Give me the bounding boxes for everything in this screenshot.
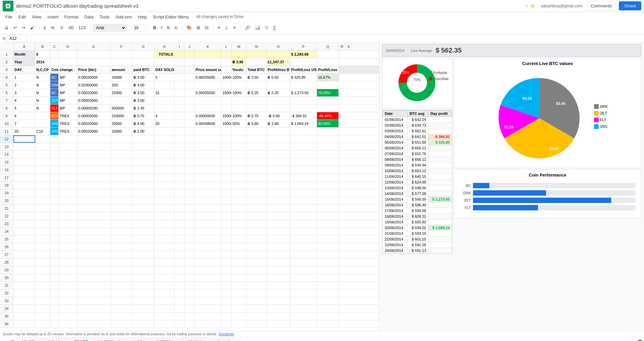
cell-33-11[interactable] [221, 297, 231, 304]
cell-k6[interactable]: 0.00035000 [195, 89, 221, 96]
cell-n8[interactable] [247, 105, 267, 112]
cell-27-8[interactable] [174, 251, 184, 258]
cell-17-13[interactable] [247, 174, 267, 181]
cell-22-8[interactable] [174, 212, 184, 220]
cell-e4[interactable]: 0.00030000 [77, 74, 111, 81]
percent-button[interactable]: % [49, 24, 56, 31]
cell-q9[interactable]: -44.44% [317, 112, 339, 120]
cell-34-4[interactable] [77, 305, 111, 312]
cell-30-5[interactable] [111, 274, 132, 281]
cell-16-13[interactable] [247, 166, 267, 174]
cell-d1[interactable] [59, 51, 77, 58]
cell-17-16[interactable] [317, 174, 339, 181]
cell-q1[interactable] [317, 51, 339, 58]
cell-23-1[interactable] [35, 220, 50, 227]
cell-13-11[interactable] [221, 143, 231, 150]
cell-23-0[interactable] [13, 220, 35, 227]
cell-26-10[interactable] [195, 243, 221, 251]
cell-21-6[interactable] [132, 205, 154, 212]
cell-22-1[interactable] [35, 212, 50, 220]
cell-22-7[interactable] [154, 212, 174, 220]
cell-17-4[interactable] [77, 174, 111, 181]
cell-23-13[interactable] [247, 220, 267, 227]
cell-20-4[interactable] [77, 197, 111, 204]
cell-24-11[interactable] [221, 228, 231, 235]
cell-13-13[interactable] [247, 143, 267, 150]
cell-33-2[interactable] [50, 297, 59, 304]
cell-19-11[interactable] [221, 189, 231, 197]
cell-b8[interactable]: N [35, 105, 50, 112]
cell-l10[interactable]: 10000 [221, 120, 231, 127]
cell-26-9[interactable] [184, 243, 195, 251]
cell-h12[interactable] [154, 135, 174, 143]
cell-32-7[interactable] [154, 289, 174, 297]
cell-17-6[interactable] [132, 174, 154, 181]
cell-33-7[interactable] [154, 297, 174, 304]
cell-29-13[interactable] [247, 266, 267, 274]
cell-17-14[interactable] [267, 174, 290, 181]
comments-button[interactable]: Comments [586, 1, 616, 11]
col-header-h[interactable]: H [154, 43, 174, 50]
star-icon[interactable]: ☆ [525, 4, 528, 8]
cell-26-14[interactable] [267, 243, 290, 251]
cell-25-1[interactable] [35, 235, 50, 243]
align-left[interactable]: ≡ [216, 24, 222, 31]
cell-29-5[interactable] [111, 266, 132, 274]
cell-q2[interactable] [317, 58, 339, 66]
cell-13-2[interactable] [50, 143, 59, 150]
cell-o4[interactable]: Ƀ 0.50 [267, 74, 290, 81]
cell-c2[interactable] [50, 58, 59, 66]
merge-button[interactable]: ⊟ [203, 24, 210, 31]
cell-26-5[interactable] [111, 243, 132, 251]
cell-h2[interactable] [154, 58, 174, 66]
cell-a1[interactable]: Month [13, 51, 35, 58]
cell-35-3[interactable] [59, 313, 77, 320]
cell-e5[interactable]: 0.02000000 [77, 81, 111, 89]
cell-j10[interactable] [184, 120, 195, 127]
cell-p1-totals[interactable]: $ 2,283.68 [290, 51, 317, 58]
cell-36-5[interactable] [111, 320, 132, 328]
cell-d9[interactable]: TREX [59, 112, 77, 120]
cell-k9[interactable]: 0.00000500 [195, 112, 221, 120]
cell-33-8[interactable] [174, 297, 184, 304]
cell-30-3[interactable] [59, 274, 77, 281]
cell-19-12[interactable] [231, 189, 247, 197]
font-select[interactable]: Arial [93, 24, 126, 31]
cell-b6[interactable]: N [35, 89, 50, 96]
cell-f6[interactable]: 15000 [111, 89, 132, 96]
cell-13-3[interactable] [59, 143, 77, 150]
cell-23-7[interactable] [154, 220, 174, 227]
align-right[interactable]: ≡ [231, 24, 237, 31]
cell-30-1[interactable] [35, 274, 50, 281]
cell-m10[interactable]: 50% [231, 120, 247, 127]
cell-13-14[interactable] [267, 143, 290, 150]
filter-button[interactable]: ▽ [263, 24, 270, 31]
cell-23-16[interactable] [317, 220, 339, 227]
cell-24-9[interactable] [184, 228, 195, 235]
cell-36-0[interactable] [13, 320, 35, 328]
cell-18-7[interactable] [154, 182, 174, 189]
cell-o12[interactable] [267, 135, 290, 143]
cell-20-2[interactable] [50, 197, 59, 204]
cell-h5[interactable] [154, 81, 174, 89]
menu-insert[interactable]: Insert [45, 13, 61, 20]
cell-13-8[interactable] [174, 143, 184, 150]
cell-25-16[interactable] [317, 235, 339, 243]
cell-16-10[interactable] [195, 166, 221, 174]
cell-28-1[interactable] [35, 259, 50, 266]
cell-29-1[interactable] [35, 266, 50, 274]
fill-color-button[interactable]: 🎨 [185, 24, 194, 31]
add-sheet-button[interactable]: + [1, 339, 8, 341]
cell-h11[interactable] [154, 128, 174, 135]
cell-18-13[interactable] [247, 182, 267, 189]
cell-22-0[interactable] [13, 212, 35, 220]
cell-26-7[interactable] [154, 243, 174, 251]
cell-31-2[interactable] [50, 282, 59, 289]
cell-32-2[interactable] [50, 289, 59, 297]
cell-24-12[interactable] [231, 228, 247, 235]
align-middle[interactable]: ⊥ [223, 24, 230, 31]
cell-34-6[interactable] [132, 305, 154, 312]
cell-c10[interactable]: VRC [50, 120, 59, 127]
cell-33-12[interactable] [231, 297, 247, 304]
cell-o9[interactable]: -Ƀ 0.60 [267, 112, 290, 120]
